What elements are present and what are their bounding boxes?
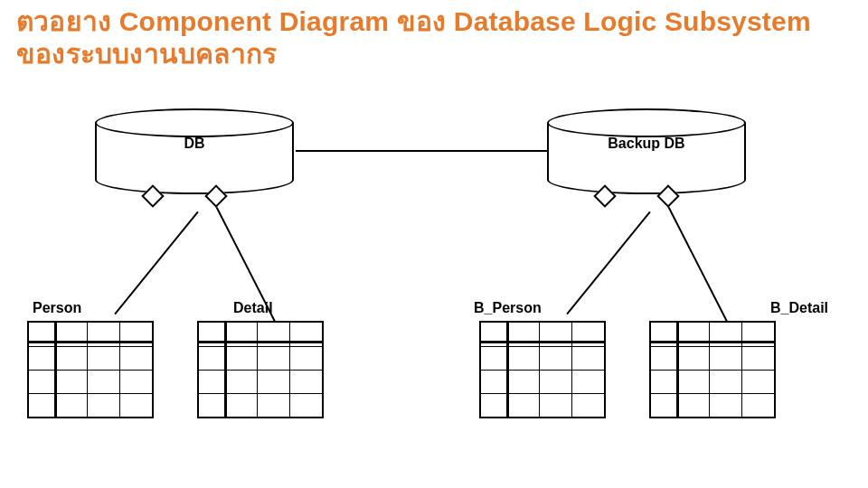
database-backup-db-label: Backup DB	[547, 136, 746, 152]
database-db: DB	[95, 108, 294, 194]
connector-db-backup	[296, 150, 547, 152]
table-person-label: Person	[33, 300, 81, 316]
connector-db-person	[114, 211, 198, 315]
table-detail	[197, 321, 324, 418]
connector-backup-bperson	[566, 211, 650, 315]
database-db-label: DB	[95, 136, 294, 152]
diagram-title: ตวอยาง Component Diagram ของ Database Lo…	[16, 5, 848, 70]
table-b-person	[479, 321, 606, 418]
table-b-person-label: B_Person	[474, 300, 542, 316]
table-b-detail-label: B_Detail	[770, 300, 828, 316]
diagram-canvas: DB Backup DB Person Detail B_	[0, 90, 868, 488]
table-person	[27, 321, 154, 418]
table-b-detail	[649, 321, 776, 418]
connector-backup-bdetail	[666, 204, 728, 323]
database-backup-db: Backup DB	[547, 108, 746, 194]
